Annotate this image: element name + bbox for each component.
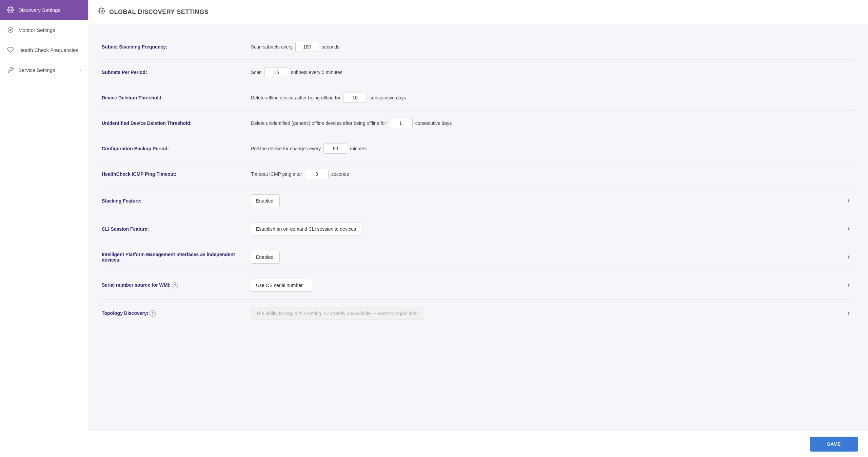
select-ipmi-independent-devices[interactable]: EnabledDisabled <box>251 251 280 264</box>
prefix-text-healthcheck-icmp-ping-timeout: Timeout ICMP ping after <box>251 171 302 177</box>
prefix-text-subnets-per-period: Scan <box>251 70 262 75</box>
number-input-unidentified-device-deletion-threshold[interactable] <box>389 118 413 128</box>
prefix-text-device-deletion-threshold: Delete offline devices after being offli… <box>251 95 340 100</box>
save-button[interactable]: SAVE <box>810 437 858 452</box>
settings-row-ipmi-independent-devices: Intelligent Platform Management Interfac… <box>102 243 854 271</box>
sidebar-item-label-discovery-settings: Discovery Settings <box>18 7 81 13</box>
settings-label-subnets-per-period: Subnets Per Period: <box>102 70 244 75</box>
settings-control-unidentified-device-deletion-threshold: Delete unidentified (generic) offline de… <box>251 118 854 128</box>
suffix-text-configuration-backup-period: minutes <box>350 146 367 151</box>
svg-point-0 <box>10 9 12 11</box>
sidebar-item-label-monitor-settings: Monitor Settings <box>18 27 81 33</box>
suffix-text-healthcheck-icmp-ping-timeout: seconds <box>331 171 349 177</box>
settings-control-ipmi-independent-devices: EnabledDisabled <box>251 251 854 264</box>
select-serial-number-source-wmi[interactable]: Use OS serial numberUse BIOS serial numb… <box>251 279 312 292</box>
svg-point-3 <box>101 10 103 12</box>
chevron-right-icon: › <box>79 67 81 73</box>
settings-control-configuration-backup-period: Poll the device for changes everyminutes <box>251 144 854 154</box>
select-wrapper-stacking-feature: EnabledDisabled <box>251 194 854 207</box>
settings-control-healthcheck-icmp-ping-timeout: Timeout ICMP ping afterseconds <box>251 169 854 179</box>
settings-row-device-deletion-threshold: Device Deletion Threshold:Delete offline… <box>102 85 854 111</box>
select-topology-discovery: The ability to toggle this setting is cu… <box>251 307 424 320</box>
svg-point-2 <box>10 29 12 31</box>
settings-row-subnet-scanning-frequency: Subnet Scanning Frequency:Scan subnets e… <box>102 34 854 60</box>
settings-label-serial-number-source-wmi: Serial number source for WMI:? <box>102 282 244 288</box>
settings-row-unidentified-device-deletion-threshold: Unidentified Device Deletion Threshold:D… <box>102 111 854 136</box>
settings-label-configuration-backup-period: Configuration Backup Period: <box>102 146 244 151</box>
settings-control-stacking-feature: EnabledDisabled <box>251 194 854 207</box>
number-input-healthcheck-icmp-ping-timeout[interactable] <box>305 169 329 179</box>
settings-content: Subnet Scanning Frequency:Scan subnets e… <box>88 24 868 431</box>
settings-row-configuration-backup-period: Configuration Backup Period:Poll the dev… <box>102 136 854 161</box>
main-footer: SAVE <box>88 431 868 457</box>
settings-label-unidentified-device-deletion-threshold: Unidentified Device Deletion Threshold: <box>102 120 244 126</box>
settings-row-healthcheck-icmp-ping-timeout: HealthCheck ICMP Ping Timeout:Timeout IC… <box>102 161 854 187</box>
settings-control-subnet-scanning-frequency: Scan subnets everyseconds <box>251 42 854 52</box>
settings-control-cli-session-feature: Establish an on-demand CLI session to de… <box>251 223 854 235</box>
select-stacking-feature[interactable]: EnabledDisabled <box>251 194 280 207</box>
main-content-area: GLOBAL DISCOVERY SETTINGS Subnet Scannin… <box>88 0 868 457</box>
suffix-text-subnets-per-period: subnets every 5 minutes <box>291 70 342 75</box>
prefix-text-configuration-backup-period: Poll the device for changes every <box>251 146 321 151</box>
settings-label-ipmi-independent-devices: Intelligent Platform Management Interfac… <box>102 252 244 263</box>
number-input-subnets-per-period[interactable] <box>264 67 288 77</box>
help-icon-serial-number-source-wmi[interactable]: ? <box>172 282 178 288</box>
settings-control-topology-discovery: The ability to toggle this setting is cu… <box>251 307 854 320</box>
help-icon-topology-discovery[interactable]: ? <box>150 310 156 317</box>
number-input-device-deletion-threshold[interactable] <box>343 93 367 103</box>
select-wrapper-cli-session-feature: Establish an on-demand CLI session to de… <box>251 223 854 235</box>
select-wrapper-ipmi-independent-devices: EnabledDisabled <box>251 251 854 264</box>
heart-icon <box>7 46 14 54</box>
page-title: GLOBAL DISCOVERY SETTINGS <box>109 8 209 16</box>
sidebar-item-monitor-settings[interactable]: Monitor Settings <box>0 20 88 40</box>
sidebar-item-label-health-check-frequencies: Health Check Frequencies <box>18 47 81 53</box>
settings-control-device-deletion-threshold: Delete offline devices after being offli… <box>251 93 854 103</box>
settings-label-topology-discovery: Topology Discovery:? <box>102 310 244 317</box>
settings-row-cli-session-feature: CLI Session Feature:Establish an on-dema… <box>102 215 854 243</box>
circle-dot-icon <box>7 26 14 34</box>
number-input-configuration-backup-period[interactable] <box>323 144 347 154</box>
sidebar-item-health-check-frequencies[interactable]: Health Check Frequencies <box>0 40 88 60</box>
select-cli-session-feature[interactable]: Establish an on-demand CLI session to de… <box>251 223 361 235</box>
sidebar-item-service-settings[interactable]: Service Settings› <box>0 60 88 80</box>
sidebar-item-discovery-settings[interactable]: Discovery Settings <box>0 0 88 20</box>
gear-icon <box>7 6 14 14</box>
main-header: GLOBAL DISCOVERY SETTINGS <box>88 0 868 24</box>
settings-label-healthcheck-icmp-ping-timeout: HealthCheck ICMP Ping Timeout: <box>102 171 244 177</box>
wrench-icon <box>7 66 14 74</box>
suffix-text-device-deletion-threshold: consecutive days <box>370 95 406 100</box>
settings-row-topology-discovery: Topology Discovery:?The ability to toggl… <box>102 300 854 327</box>
select-wrapper-serial-number-source-wmi: Use OS serial numberUse BIOS serial numb… <box>251 279 854 292</box>
sidebar-item-label-service-settings: Service Settings <box>18 67 75 73</box>
header-gear-icon <box>98 7 105 16</box>
suffix-text-unidentified-device-deletion-threshold: consecutive days <box>415 120 452 126</box>
number-input-subnet-scanning-frequency[interactable] <box>295 42 319 52</box>
prefix-text-unidentified-device-deletion-threshold: Delete unidentified (generic) offline de… <box>251 120 386 126</box>
suffix-text-subnet-scanning-frequency: seconds <box>322 44 339 50</box>
sidebar: Discovery Settings Monitor Settings Heal… <box>0 0 88 457</box>
settings-label-device-deletion-threshold: Device Deletion Threshold: <box>102 95 244 100</box>
settings-row-stacking-feature: Stacking Feature:EnabledDisabled <box>102 187 854 215</box>
settings-row-subnets-per-period: Subnets Per Period:Scansubnets every 5 m… <box>102 60 854 85</box>
settings-label-cli-session-feature: CLI Session Feature: <box>102 226 244 232</box>
settings-label-stacking-feature: Stacking Feature: <box>102 198 244 204</box>
settings-label-subnet-scanning-frequency: Subnet Scanning Frequency: <box>102 44 244 50</box>
prefix-text-subnet-scanning-frequency: Scan subnets every <box>251 44 293 50</box>
settings-control-serial-number-source-wmi: Use OS serial numberUse BIOS serial numb… <box>251 279 854 292</box>
select-wrapper-topology-discovery: The ability to toggle this setting is cu… <box>251 307 854 320</box>
settings-row-serial-number-source-wmi: Serial number source for WMI:?Use OS ser… <box>102 271 854 300</box>
settings-control-subnets-per-period: Scansubnets every 5 minutes <box>251 67 854 77</box>
